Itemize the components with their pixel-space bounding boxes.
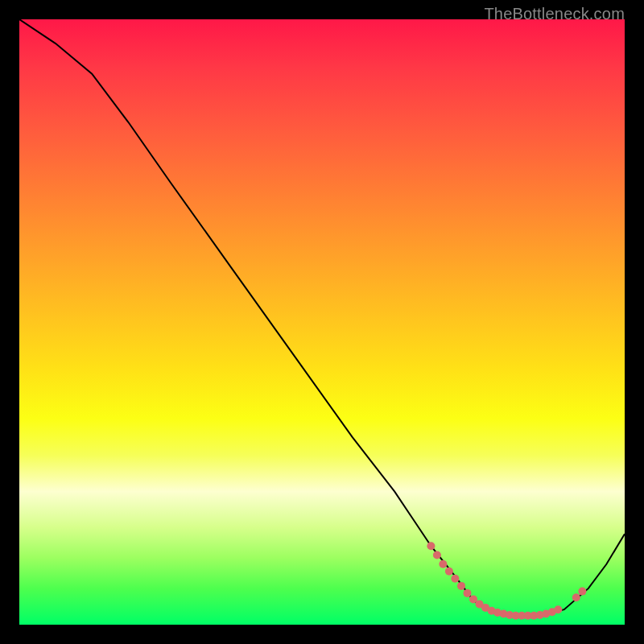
data-point	[572, 593, 580, 601]
data-point	[427, 542, 435, 550]
data-point	[578, 588, 586, 596]
data-point	[433, 551, 441, 559]
data-point	[554, 605, 562, 613]
curve-line	[19, 19, 625, 616]
data-point	[451, 575, 459, 583]
data-point	[464, 589, 472, 597]
data-points	[427, 542, 586, 620]
data-point	[439, 560, 447, 568]
chart-svg	[19, 19, 625, 625]
data-point	[457, 582, 465, 590]
chart-container: TheBottleneck.com	[0, 0, 644, 644]
plot-area	[19, 19, 625, 625]
data-point	[445, 568, 453, 576]
